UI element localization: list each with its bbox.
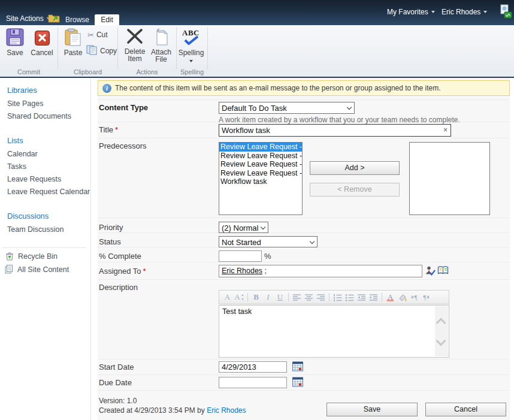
- highlight-color-icon[interactable]: [397, 292, 408, 303]
- clear-input-icon[interactable]: ×: [443, 126, 448, 134]
- calendar-picker-icon[interactable]: [292, 361, 303, 373]
- start-date-input[interactable]: [219, 361, 287, 373]
- sidebar-item-tasks[interactable]: Tasks: [7, 162, 26, 171]
- check-names-icon[interactable]: [425, 265, 436, 278]
- created-by-link[interactable]: Eric Rhodes: [207, 406, 246, 415]
- sidebar-item-leave-requests[interactable]: Leave Requests: [7, 175, 61, 183]
- sidebar-item-all-site-content[interactable]: All Site Content: [5, 264, 69, 276]
- footer-save-button[interactable]: Save: [326, 403, 418, 416]
- list-item[interactable]: Review Leave Request -: [219, 169, 302, 178]
- copy-button[interactable]: Copy: [86, 45, 117, 55]
- sidebar-item-recycle-bin[interactable]: Recycle Bin: [5, 251, 58, 262]
- save-icon: [6, 39, 24, 48]
- list-item[interactable]: Review Leave Request -: [219, 143, 302, 152]
- sharepoint-edit-task-page: Site Actions Browse Edit My Favorites Er…: [0, 0, 514, 420]
- chevron-down-icon: [261, 225, 265, 229]
- spelling-button[interactable]: ABC Spelling: [178, 28, 204, 65]
- toolbar-separator: [382, 293, 382, 301]
- calendar-picker-icon[interactable]: [292, 377, 303, 389]
- predecessors-selected-listbox[interactable]: [409, 142, 490, 215]
- title-input[interactable]: [219, 124, 451, 137]
- rtl-direction-icon[interactable]: ¶: [421, 292, 432, 303]
- row-divider: [98, 232, 510, 233]
- priority-select[interactable]: (2) Normal: [219, 222, 268, 233]
- chevron-down-icon: [347, 105, 352, 110]
- chevron-down-icon: [310, 239, 315, 244]
- paste-button[interactable]: Paste: [60, 28, 86, 56]
- row-divider: [98, 138, 510, 138]
- address-book-icon[interactable]: [437, 265, 449, 277]
- attach-file-button[interactable]: Attach File: [148, 28, 174, 63]
- page-status-icon[interactable]: [500, 4, 512, 22]
- resolved-user-entity[interactable]: Eric Rhodes: [222, 267, 262, 275]
- cancel-button[interactable]: Cancel: [29, 28, 55, 56]
- sidebar-item-site-pages[interactable]: Site Pages: [7, 99, 43, 108]
- assigned-to-label: Assigned To*: [99, 267, 146, 276]
- content-type-select[interactable]: Default To Do Task: [219, 102, 355, 114]
- toolbar-separator: [329, 293, 329, 301]
- tab-browse[interactable]: Browse: [62, 14, 93, 25]
- textarea-scrollbar[interactable]: [435, 306, 448, 356]
- assigned-to-people-picker[interactable]: Eric Rhodes ;: [219, 265, 422, 277]
- numbered-list-icon[interactable]: [332, 292, 343, 303]
- align-right-icon[interactable]: [315, 292, 326, 303]
- delete-item-button[interactable]: Delete Item: [122, 28, 148, 62]
- scroll-up-icon[interactable]: [436, 318, 446, 328]
- sidebar-heading-discussions[interactable]: Discussions: [7, 211, 49, 220]
- font-icon[interactable]: A: [222, 292, 233, 303]
- user-menu[interactable]: Eric Rhodes: [442, 7, 487, 16]
- created-text: Created at 4/29/2013 3:54 PM by Eric Rho…: [99, 406, 246, 415]
- font-color-icon[interactable]: A: [385, 292, 396, 303]
- due-date-input[interactable]: [219, 377, 287, 388]
- sidebar-item-calendar[interactable]: Calendar: [7, 150, 38, 158]
- align-center-icon[interactable]: [303, 292, 315, 303]
- bulleted-list-icon[interactable]: [344, 292, 355, 303]
- footer-cancel-button[interactable]: Cancel: [425, 403, 506, 416]
- attach-file-icon: [153, 38, 169, 47]
- scroll-down-icon[interactable]: [436, 336, 446, 346]
- group-label-spelling: Spelling: [177, 68, 207, 75]
- percent-complete-input[interactable]: [219, 250, 262, 262]
- group-label-clipboard: Clipboard: [58, 68, 117, 75]
- cut-button[interactable]: ✂Cut: [87, 30, 108, 40]
- status-label: Status: [99, 237, 121, 246]
- row-divider: [98, 99, 510, 100]
- list-item[interactable]: Review Leave Request -: [219, 152, 302, 161]
- ltr-direction-icon[interactable]: ¶: [409, 292, 420, 303]
- font-size-icon[interactable]: A: [234, 292, 245, 303]
- status-select[interactable]: Not Started: [219, 236, 318, 247]
- sidebar-heading-lists[interactable]: Lists: [7, 136, 23, 145]
- sidebar-item-team-discussion[interactable]: Team Discussion: [7, 225, 64, 234]
- underline-icon[interactable]: U: [274, 292, 286, 303]
- description-textarea[interactable]: Test task: [219, 305, 449, 358]
- site-actions-menu[interactable]: Site Actions: [6, 14, 50, 23]
- italic-icon[interactable]: I: [262, 292, 274, 303]
- indent-icon[interactable]: [368, 292, 379, 303]
- remove-button[interactable]: < Remove: [310, 183, 400, 197]
- edit-task-form: i The content of this item will be sent …: [98, 78, 510, 420]
- outdent-icon[interactable]: [356, 292, 367, 303]
- user-name-label: Eric Rhodes: [442, 8, 480, 16]
- navigate-up-icon[interactable]: [48, 13, 60, 25]
- save-button[interactable]: Save: [2, 28, 28, 56]
- sidebar-item-leave-request-calendar[interactable]: Leave Request Calendar: [7, 188, 90, 196]
- tab-edit[interactable]: Edit: [95, 14, 119, 25]
- required-asterisk: *: [143, 267, 146, 276]
- ribbon-divider: [117, 28, 118, 70]
- predecessors-available-listbox[interactable]: Review Leave Request - Review Leave Requ…: [219, 142, 303, 215]
- version-text: Version: 1.0: [99, 397, 137, 405]
- percent-complete-label: % Complete: [99, 252, 141, 261]
- ribbon-divider: [207, 28, 208, 70]
- ribbon-divider: [58, 28, 58, 70]
- recycle-bin-icon: [5, 251, 14, 262]
- list-item[interactable]: Review Leave Request -: [219, 160, 302, 169]
- align-left-icon[interactable]: [291, 292, 303, 303]
- bold-icon[interactable]: B: [250, 292, 262, 303]
- my-favorites-label: My Favorites: [387, 8, 428, 16]
- row-divider: [98, 390, 510, 391]
- sidebar-item-shared-documents[interactable]: Shared Documents: [7, 112, 71, 120]
- list-item[interactable]: Workflow task: [219, 177, 302, 186]
- sidebar-heading-libraries[interactable]: Libraries: [7, 86, 37, 95]
- my-favorites-menu[interactable]: My Favorites: [387, 7, 435, 16]
- add-button[interactable]: Add >: [310, 161, 400, 175]
